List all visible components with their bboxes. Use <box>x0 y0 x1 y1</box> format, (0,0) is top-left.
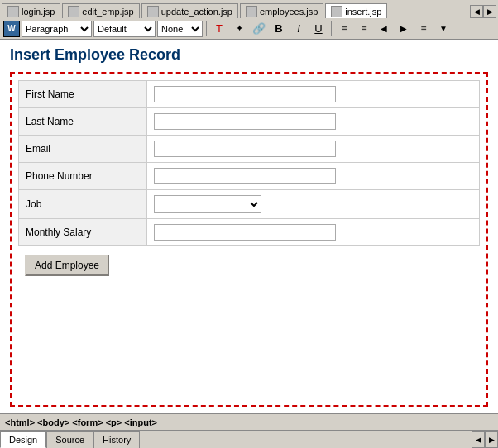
paragraph-select[interactable]: Paragraph <box>22 21 92 37</box>
phone-label: Phone Number <box>19 163 147 190</box>
bottom-tab-design[interactable]: Design <box>0 431 46 448</box>
toolbar-separator-1 <box>206 21 207 36</box>
salary-label: Monthly Salary <box>19 219 147 246</box>
form-container: First Name Last Name Email Phone Number … <box>10 72 488 407</box>
bottom-tab-design-label: Design <box>9 435 37 445</box>
tab-icon-edit-emp <box>68 6 79 17</box>
status-bar: <html> <body> <form> <p> <input> <box>0 413 498 430</box>
employee-form-table: First Name Last Name Email Phone Number … <box>18 80 480 246</box>
italic-icon[interactable]: I <box>290 20 308 38</box>
tab-label-login: login.jsp <box>22 7 55 17</box>
bottom-tab-source[interactable]: Source <box>46 431 93 448</box>
highlight-icon[interactable]: ✦ <box>230 20 248 38</box>
tab-employees[interactable]: employees.jsp <box>240 3 323 18</box>
button-area: Add Employee <box>18 246 480 284</box>
tab-label-update-action: update_action.jsp <box>161 7 232 17</box>
add-employee-button[interactable]: Add Employee <box>25 255 109 276</box>
email-input[interactable] <box>154 141 336 157</box>
tab-icon-update-action <box>147 6 159 17</box>
toolbar: W Paragraph Default None T ✦ 🔗 B I U ≡ ≡… <box>0 18 498 40</box>
underline-icon[interactable]: U <box>309 20 328 38</box>
tab-label-employees: employees.jsp <box>260 7 318 17</box>
bottom-scroll-controls: ◀ ▶ <box>472 431 498 448</box>
tab-edit-emp[interactable]: edit_emp.jsp <box>62 3 139 18</box>
tab-update-action[interactable]: update_action.jsp <box>141 3 238 18</box>
toolbar-separator-2 <box>331 21 332 36</box>
tab-icon-login <box>7 6 19 17</box>
format-select[interactable]: None <box>157 21 203 37</box>
phone-input[interactable] <box>154 168 336 184</box>
link-icon[interactable]: 🔗 <box>250 20 268 38</box>
table-row: Job <box>19 190 480 219</box>
tab-insert[interactable]: insert.jsp <box>325 3 387 18</box>
job-select[interactable] <box>154 195 261 213</box>
job-label: Job <box>19 190 147 219</box>
indent-right-icon[interactable]: ▶ <box>395 20 413 38</box>
tab-scroll-left[interactable]: ◀ <box>470 5 483 18</box>
more-icon[interactable]: ▼ <box>434 20 453 38</box>
list-unordered-icon[interactable]: ≡ <box>335 20 353 38</box>
page-title: Insert Employee Record <box>7 46 491 64</box>
tab-label-insert: insert.jsp <box>345 7 381 17</box>
align-icon[interactable]: ≡ <box>414 20 433 38</box>
tab-login[interactable]: login.jsp <box>2 3 60 18</box>
firstname-input[interactable] <box>154 86 336 102</box>
tab-icon-employees <box>246 6 257 17</box>
tab-bar: login.jsp edit_emp.jsp update_action.jsp… <box>0 0 498 18</box>
tab-icon-insert <box>331 6 342 17</box>
bottom-tab-bar: Design Source History ◀ ▶ <box>0 430 498 448</box>
salary-input[interactable] <box>154 224 336 241</box>
bottom-tab-source-label: Source <box>55 435 84 445</box>
firstname-label: First Name <box>19 81 147 108</box>
indent-left-icon[interactable]: ◀ <box>375 20 393 38</box>
table-row: First Name <box>19 81 480 108</box>
email-label: Email <box>19 136 147 163</box>
text-style-icon[interactable]: T <box>210 20 228 38</box>
bottom-tab-history-label: History <box>103 435 131 445</box>
table-row: Email <box>19 136 480 163</box>
bottom-tab-history[interactable]: History <box>93 431 140 448</box>
content-area: Insert Employee Record First Name Last N… <box>0 40 498 413</box>
tab-scroll-controls: ◀ ▶ <box>470 5 496 18</box>
lastname-label: Last Name <box>19 108 147 136</box>
bold-icon[interactable]: B <box>270 20 288 38</box>
tab-scroll-right[interactable]: ▶ <box>483 5 496 18</box>
toolbar-logo-btn[interactable]: W <box>3 21 20 37</box>
list-ordered-icon[interactable]: ≡ <box>355 20 373 38</box>
table-row: Last Name <box>19 108 480 136</box>
bottom-scroll-left[interactable]: ◀ <box>472 431 485 448</box>
status-text: <html> <body> <form> <p> <input> <box>5 417 157 427</box>
lastname-input[interactable] <box>154 113 336 130</box>
table-row: Phone Number <box>19 163 480 190</box>
bottom-scroll-right[interactable]: ▶ <box>485 431 498 448</box>
tab-label-edit-emp: edit_emp.jsp <box>82 7 133 17</box>
style-select[interactable]: Default <box>93 21 156 37</box>
table-row: Monthly Salary <box>19 219 480 246</box>
